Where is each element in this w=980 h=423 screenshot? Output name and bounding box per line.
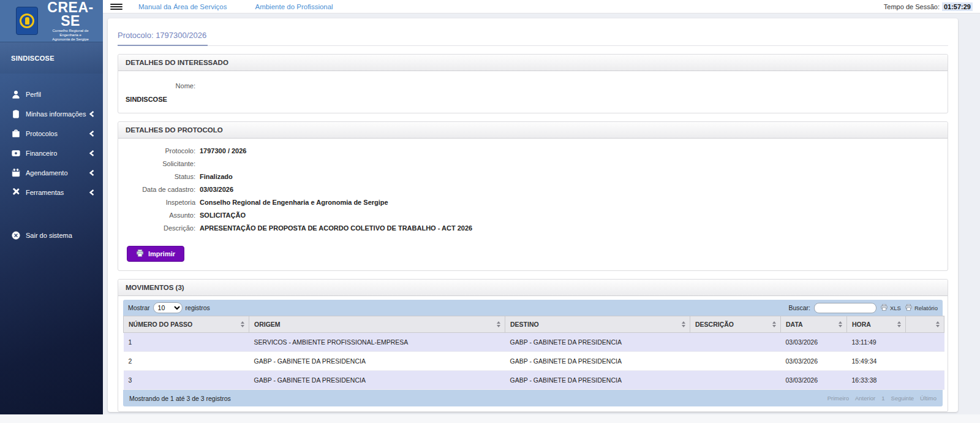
panel-movimentos: MOVIMENTOS (3) Mostrar 10 registros Busc…	[118, 279, 948, 412]
sidebar-item-logout[interactable]: Sair do sistema	[0, 226, 103, 245]
sidebar-item-label: Sair do sistema	[26, 232, 72, 239]
show-label: Mostrar	[128, 304, 150, 311]
column-header-hora[interactable]: HORA	[847, 316, 906, 333]
user-icon	[11, 90, 20, 99]
money-icon	[11, 149, 20, 158]
export-report-button[interactable]: Relatório	[905, 304, 938, 312]
print-button-label: Imprimir	[148, 250, 175, 257]
search-label: Buscar:	[788, 304, 810, 311]
printer-icon	[136, 250, 144, 258]
sidebar-item-label: Agendamento	[26, 169, 68, 177]
export-xls-button[interactable]: XLS	[880, 304, 901, 312]
content-card: Protocolo: 1797300/2026 DETALHES DO INTE…	[108, 18, 958, 412]
panel-interessado-title: DETALHES DO INTERESSADO	[118, 55, 948, 71]
sidebar-item-label: Ferramentas	[26, 189, 64, 196]
page-first[interactable]: Primeiro	[827, 395, 849, 402]
page-next[interactable]: Seguinte	[891, 395, 914, 402]
sidebar-item-label: Minhas informações	[26, 110, 86, 118]
power-icon	[11, 231, 20, 240]
column-header-destino[interactable]: DESTINO	[505, 316, 690, 333]
main-area: Manual da Área de Serviços Ambiente do P…	[103, 0, 980, 414]
calendar-icon	[11, 169, 20, 178]
sidebar-item-label: Financeiro	[26, 150, 57, 157]
page-prev[interactable]: Anterior	[855, 395, 875, 402]
field-protocolo: Protocolo: 1797300 / 2026	[123, 147, 943, 160]
brand-subtitle: Conselho Regional de Engenharia e Agrono…	[44, 29, 97, 42]
field-descricao: Descrição: APRESENTAÇÃO DE PROPOSTA DE A…	[123, 224, 943, 237]
table-row: 1 SERVICOS - AMBIENTE PROFISSIONAL-EMPRE…	[124, 333, 944, 352]
panel-movimentos-title: MOVIMENTOS (3)	[118, 280, 948, 296]
sort-icon	[497, 321, 500, 327]
chevron-left-icon	[89, 189, 94, 196]
chevron-left-icon	[89, 131, 94, 137]
movements-table: NÚMERO DO PASSO ORIGEM DESTINO DESCRIÇÃO…	[123, 316, 944, 390]
nav-link-ambiente[interactable]: Ambiente do Profissional	[255, 3, 333, 10]
clipboard-icon	[11, 110, 20, 119]
sort-icon	[241, 321, 244, 327]
export-xls-label: XLS	[890, 305, 901, 311]
panel-protocolo-title: DETALHES DO PROTOCOLO	[118, 122, 948, 139]
tab-protocolo[interactable]: Protocolo: 1797300/2026	[118, 28, 208, 46]
nome-value: SINDISCOSE	[126, 96, 943, 103]
session-label: Tempo de Sessão:	[884, 3, 940, 10]
table-header-row: NÚMERO DO PASSO ORIGEM DESTINO DESCRIÇÃO…	[124, 316, 944, 333]
pagination: Primeiro Anterior 1 Seguinte Último	[827, 395, 937, 402]
page-length-select[interactable]: 10	[153, 302, 183, 313]
current-user-block: SINDISCOSE	[0, 42, 103, 74]
sidebar-menu: Perfil Minhas informações Protocolos	[0, 74, 103, 245]
column-header-numero-passo[interactable]: NÚMERO DO PASSO	[124, 316, 249, 333]
tools-icon	[11, 188, 20, 197]
sort-icon	[772, 321, 776, 327]
app-window: CREA-SE Conselho Regional de Engenharia …	[0, 0, 980, 423]
current-user-name: SINDISCOSE	[11, 55, 55, 62]
sidebar-item-financeiro[interactable]: Financeiro	[0, 143, 103, 163]
sidebar-item-minhas-informacoes[interactable]: Minhas informações	[0, 104, 103, 124]
table-toolbar: Mostrar 10 registros Buscar: XLS	[123, 300, 943, 316]
field-inspetoria: Inspetoria Conselho Regional de Engenhar…	[123, 199, 943, 212]
page-last[interactable]: Último	[920, 395, 937, 402]
sidebar-item-agendamento[interactable]: Agendamento	[0, 163, 103, 183]
brand-header: CREA-SE Conselho Regional de Engenharia …	[0, 0, 103, 42]
sidebar-item-label: Protocolos	[26, 130, 58, 137]
field-data-cadastro: Data de cadastro: 03/03/2026	[123, 186, 943, 199]
print-button[interactable]: Imprimir	[127, 246, 184, 262]
session-timer: Tempo de Sessão: 01:57:29	[884, 2, 973, 11]
registros-label: registros	[186, 304, 210, 311]
sidebar-item-label: Perfil	[26, 91, 41, 98]
export-report-label: Relatório	[914, 305, 938, 311]
chevron-left-icon	[89, 170, 94, 176]
sort-icon	[839, 321, 842, 327]
column-header-data[interactable]: DATA	[781, 316, 847, 333]
sort-icon	[936, 321, 940, 327]
sidebar-item-perfil[interactable]: Perfil	[0, 85, 103, 104]
field-assunto: Assunto: SOLICITAÇÃO	[123, 212, 943, 224]
briefcase-icon	[11, 129, 20, 139]
column-header-origem[interactable]: ORIGEM	[249, 316, 505, 333]
sort-icon	[682, 321, 685, 327]
tab-bar: Protocolo: 1797300/2026	[118, 18, 948, 46]
page-1[interactable]: 1	[881, 395, 884, 402]
table-row: 2 GABP - GABINETE DA PRESIDENCIA GABP - …	[124, 352, 944, 371]
brand-title: CREA-SE	[44, 1, 97, 28]
hamburger-menu-icon[interactable]	[110, 2, 123, 11]
column-header-descricao[interactable]: DESCRIÇÃO	[690, 316, 781, 333]
field-status: Status: Finalizado	[123, 173, 943, 186]
sort-icon	[897, 321, 901, 327]
chevron-left-icon	[89, 111, 94, 117]
search-input[interactable]	[814, 303, 876, 313]
printer-icon	[880, 304, 888, 312]
panel-interessado: DETALHES DO INTERESSADO Nome: SINDISCOSE	[118, 54, 948, 113]
table-footer: Mostrando de 1 até 3 de 3 registros Prim…	[123, 390, 943, 406]
chevron-left-icon	[89, 150, 94, 156]
column-header-empty[interactable]	[906, 316, 944, 333]
crea-logo-icon	[16, 7, 38, 35]
sidebar-item-ferramentas[interactable]: Ferramentas	[0, 183, 103, 202]
sidebar-item-protocolos[interactable]: Protocolos	[0, 124, 103, 143]
session-time-value: 01:57:29	[942, 2, 973, 11]
field-solicitante: Solicitante:	[123, 160, 943, 173]
nav-link-manual[interactable]: Manual da Área de Serviços	[138, 3, 227, 10]
top-navbar: Manual da Área de Serviços Ambiente do P…	[103, 0, 980, 13]
records-info: Mostrando de 1 até 3 de 3 registros	[129, 395, 231, 402]
sidebar: CREA-SE Conselho Regional de Engenharia …	[0, 0, 103, 414]
nome-label: Nome:	[123, 77, 195, 90]
